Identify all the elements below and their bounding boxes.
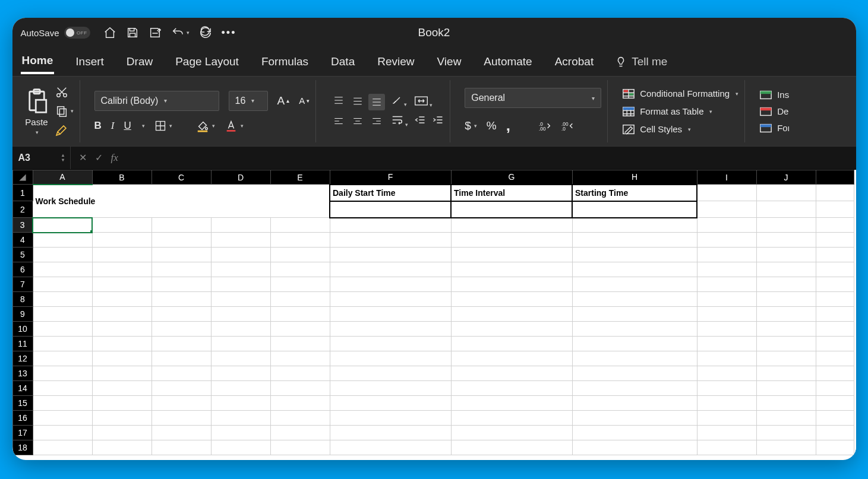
cell-F17[interactable]: [330, 426, 451, 440]
cell-E3[interactable]: [270, 218, 330, 233]
insert-cells-button[interactable]: Insert: [759, 90, 789, 100]
cell-D9[interactable]: [211, 307, 270, 322]
align-top-right-icon[interactable]: [368, 94, 385, 110]
column-header-extra[interactable]: [816, 170, 854, 185]
cell-B4[interactable]: [92, 233, 151, 248]
row-header-1[interactable]: 1: [12, 185, 33, 201]
fx-icon[interactable]: fx: [111, 152, 118, 164]
cell-J15[interactable]: [756, 396, 816, 411]
redo-icon[interactable]: [199, 26, 212, 39]
cell-C8[interactable]: [151, 292, 211, 307]
cell-G10[interactable]: [451, 322, 572, 337]
cell-A10[interactable]: [33, 322, 92, 337]
format-as-table-button[interactable]: Format as Table ▾: [622, 106, 712, 118]
cell-18[interactable]: [816, 440, 854, 455]
tab-data[interactable]: Data: [330, 50, 356, 73]
formula-input[interactable]: [127, 147, 856, 169]
cell-F8[interactable]: [330, 292, 451, 307]
column-header-B[interactable]: B: [92, 170, 151, 185]
borders-button[interactable]: ▾: [154, 120, 172, 132]
tab-draw[interactable]: Draw: [125, 50, 154, 73]
tab-acrobat[interactable]: Acrobat: [554, 50, 595, 73]
delete-cells-button[interactable]: Delete: [759, 106, 789, 117]
copy-button[interactable]: ▾: [55, 104, 74, 118]
cell-H16[interactable]: [572, 411, 697, 426]
cell-F7[interactable]: [330, 277, 451, 292]
cell-J12[interactable]: [756, 351, 816, 366]
align-right-icon[interactable]: [368, 113, 385, 129]
cell-C6[interactable]: [151, 262, 211, 277]
cell-A15[interactable]: [33, 396, 92, 411]
cell-H15[interactable]: [572, 396, 697, 411]
cancel-formula-icon[interactable]: ✕: [79, 152, 87, 164]
cell-G12[interactable]: [451, 351, 572, 366]
cell-E4[interactable]: [270, 233, 330, 248]
cell-I14[interactable]: [697, 381, 756, 396]
cell-G7[interactable]: [451, 277, 572, 292]
cell-C9[interactable]: [151, 307, 211, 322]
undo-button[interactable]: ▾: [171, 26, 190, 39]
cell-F4[interactable]: [330, 233, 451, 248]
cell-A13[interactable]: [33, 366, 92, 381]
row-header-4[interactable]: 4: [12, 233, 33, 248]
merged-title-cell[interactable]: Work Schedule: [33, 185, 330, 218]
cell-7[interactable]: [816, 277, 854, 292]
cell-A16[interactable]: [33, 411, 92, 426]
cell-I16[interactable]: [697, 411, 756, 426]
cell-D4[interactable]: [211, 233, 270, 248]
cell-E11[interactable]: [270, 337, 330, 351]
column-header-C[interactable]: C: [151, 170, 211, 185]
cell-D14[interactable]: [211, 381, 270, 396]
cell-H1[interactable]: Starting Time: [572, 185, 697, 201]
name-box[interactable]: A3 ▴▾: [12, 147, 71, 169]
format-cells-button[interactable]: Format: [759, 123, 789, 134]
cell-D17[interactable]: [211, 426, 270, 440]
cell-G8[interactable]: [451, 292, 572, 307]
cell-E18[interactable]: [270, 440, 330, 455]
cell-F3[interactable]: [330, 218, 451, 233]
cell-G3[interactable]: [451, 218, 572, 233]
cell-B7[interactable]: [92, 277, 151, 292]
cell-E9[interactable]: [270, 307, 330, 322]
row-header-16[interactable]: 16: [12, 411, 33, 426]
cell-G2[interactable]: [451, 201, 572, 218]
conditional-formatting-button[interactable]: Conditional Formatting ▾: [622, 88, 738, 100]
accept-formula-icon[interactable]: ✓: [95, 152, 103, 164]
cell-B17[interactable]: [92, 426, 151, 440]
cell-H10[interactable]: [572, 322, 697, 337]
cell-E13[interactable]: [270, 366, 330, 381]
cell-F10[interactable]: [330, 322, 451, 337]
cell-J9[interactable]: [756, 307, 816, 322]
cell-E16[interactable]: [270, 411, 330, 426]
tab-home[interactable]: Home: [21, 49, 55, 74]
column-header-E[interactable]: E: [270, 170, 330, 185]
cell-F11[interactable]: [330, 337, 451, 351]
cell-14[interactable]: [816, 381, 854, 396]
cell-I7[interactable]: [697, 277, 756, 292]
cell-8[interactable]: [816, 292, 854, 307]
cell-C10[interactable]: [151, 322, 211, 337]
row-header-17[interactable]: 17: [12, 426, 33, 440]
cell-J17[interactable]: [756, 426, 816, 440]
cell-G17[interactable]: [451, 426, 572, 440]
cell-styles-button[interactable]: Cell Styles ▾: [622, 123, 691, 135]
italic-button[interactable]: I: [111, 120, 115, 132]
cell-J13[interactable]: [756, 366, 816, 381]
cell-5[interactable]: [816, 248, 854, 262]
column-header-F[interactable]: F: [330, 170, 451, 185]
cell-I15[interactable]: [697, 396, 756, 411]
cell-H7[interactable]: [572, 277, 697, 292]
cell-G15[interactable]: [451, 396, 572, 411]
cell-I9[interactable]: [697, 307, 756, 322]
cell-C7[interactable]: [151, 277, 211, 292]
cell-B9[interactable]: [92, 307, 151, 322]
cell-J1[interactable]: [756, 185, 816, 201]
row-header-5[interactable]: 5: [12, 248, 33, 262]
cell-F13[interactable]: [330, 366, 451, 381]
home-icon[interactable]: [103, 26, 116, 39]
cell-G6[interactable]: [451, 262, 572, 277]
cell-B15[interactable]: [92, 396, 151, 411]
increase-indent-icon[interactable]: [432, 114, 444, 128]
cell-J2[interactable]: [756, 201, 816, 218]
cell-G14[interactable]: [451, 381, 572, 396]
